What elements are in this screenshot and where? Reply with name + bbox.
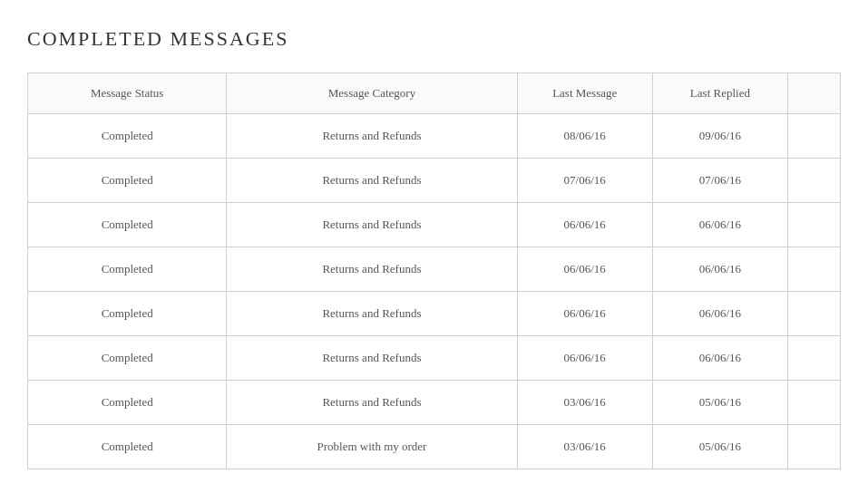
cell-last-replied: 07/06/16: [652, 159, 787, 203]
cell-category: Problem with my order: [227, 425, 517, 469]
cell-status: Completed: [28, 203, 227, 247]
cell-last-message: 08/06/16: [517, 114, 652, 159]
header-category: Message Category: [227, 73, 517, 114]
cell-last-message: 06/06/16: [517, 292, 652, 336]
cell-last-message: 03/06/16: [517, 425, 652, 469]
cell-category: Returns and Refunds: [227, 336, 517, 381]
cell-last-message: 03/06/16: [517, 381, 652, 425]
table-row[interactable]: CompletedReturns and Refunds06/06/1606/0…: [28, 336, 841, 381]
cell-status: Completed: [28, 425, 227, 469]
cell-action: [788, 336, 841, 381]
cell-status: Completed: [28, 159, 227, 203]
table-row[interactable]: CompletedReturns and Refunds08/06/1609/0…: [28, 114, 841, 159]
cell-category: Returns and Refunds: [227, 381, 517, 425]
header-action: [788, 73, 841, 114]
table-row[interactable]: CompletedReturns and Refunds06/06/1606/0…: [28, 203, 841, 247]
cell-status: Completed: [28, 114, 227, 159]
cell-last-replied: 06/06/16: [652, 292, 787, 336]
cell-last-replied: 06/06/16: [652, 203, 787, 247]
cell-status: Completed: [28, 247, 227, 292]
cell-last-replied: 05/06/16: [652, 425, 787, 469]
cell-action: [788, 114, 841, 159]
cell-category: Returns and Refunds: [227, 203, 517, 247]
page-title: COMPLETED MESSAGES: [27, 27, 841, 51]
table-row[interactable]: CompletedReturns and Refunds06/06/1606/0…: [28, 247, 841, 292]
table-header-row: Message Status Message Category Last Mes…: [28, 73, 841, 114]
cell-last-replied: 06/06/16: [652, 247, 787, 292]
messages-table: Message Status Message Category Last Mes…: [27, 72, 841, 469]
cell-status: Completed: [28, 292, 227, 336]
header-last-replied: Last Replied: [652, 73, 787, 114]
table-row[interactable]: CompletedReturns and Refunds07/06/1607/0…: [28, 159, 841, 203]
table-row[interactable]: CompletedProblem with my order03/06/1605…: [28, 425, 841, 469]
cell-category: Returns and Refunds: [227, 292, 517, 336]
cell-last-replied: 06/06/16: [652, 336, 787, 381]
cell-last-replied: 05/06/16: [652, 381, 787, 425]
cell-category: Returns and Refunds: [227, 114, 517, 159]
cell-action: [788, 381, 841, 425]
header-last-message: Last Message: [517, 73, 652, 114]
cell-action: [788, 425, 841, 469]
cell-last-replied: 09/06/16: [652, 114, 787, 159]
cell-action: [788, 159, 841, 203]
cell-last-message: 06/06/16: [517, 247, 652, 292]
cell-action: [788, 292, 841, 336]
cell-category: Returns and Refunds: [227, 159, 517, 203]
cell-status: Completed: [28, 336, 227, 381]
cell-category: Returns and Refunds: [227, 247, 517, 292]
cell-status: Completed: [28, 381, 227, 425]
cell-action: [788, 247, 841, 292]
cell-last-message: 07/06/16: [517, 159, 652, 203]
cell-last-message: 06/06/16: [517, 336, 652, 381]
cell-last-message: 06/06/16: [517, 203, 652, 247]
table-row[interactable]: CompletedReturns and Refunds06/06/1606/0…: [28, 292, 841, 336]
table-row[interactable]: CompletedReturns and Refunds03/06/1605/0…: [28, 381, 841, 425]
cell-action: [788, 203, 841, 247]
header-status: Message Status: [28, 73, 227, 114]
